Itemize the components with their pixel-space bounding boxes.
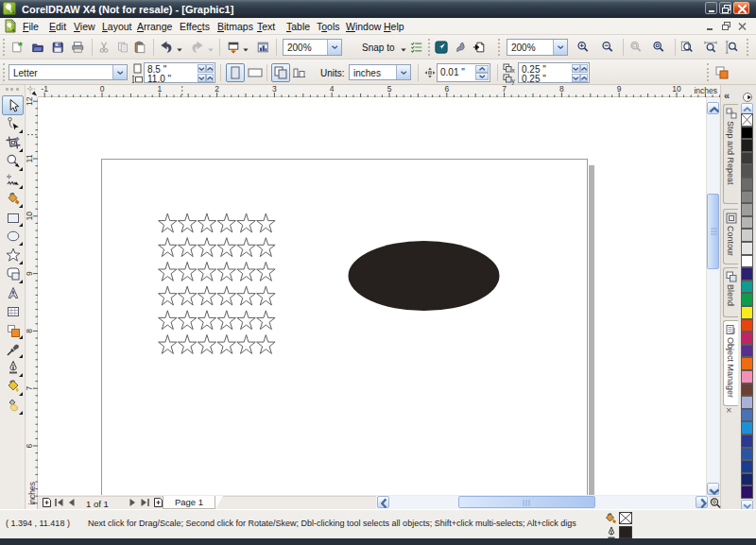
import-dropdown-icon[interactable] bbox=[242, 44, 249, 52]
palette-swatch[interactable] bbox=[741, 306, 753, 319]
nudge-offset-field[interactable]: 0.01 " bbox=[437, 63, 490, 82]
palette-swatch[interactable] bbox=[741, 139, 753, 152]
save-icon[interactable] bbox=[51, 41, 64, 54]
hscroll-thumb[interactable] bbox=[458, 496, 595, 508]
palette-swatch[interactable] bbox=[741, 421, 753, 434]
palette-swatch[interactable] bbox=[741, 191, 753, 204]
ruler-origin[interactable] bbox=[26, 85, 38, 97]
palette-swatch[interactable] bbox=[741, 396, 753, 409]
zoom-levels-combo[interactable]: 200% bbox=[283, 39, 342, 56]
docker-tab-contour[interactable]: Contour bbox=[723, 209, 739, 264]
vertical-ruler[interactable]: 1211109876 inches bbox=[26, 97, 38, 509]
new-document-icon[interactable] bbox=[10, 41, 24, 54]
nudge-spinner[interactable] bbox=[475, 65, 489, 80]
pick-tool[interactable] bbox=[2, 95, 24, 115]
menu-help[interactable]: Help bbox=[384, 21, 404, 32]
paper-type-combo[interactable]: Letter bbox=[9, 64, 128, 80]
next-page-icon[interactable] bbox=[129, 498, 137, 507]
print-icon[interactable] bbox=[71, 41, 84, 54]
menu-bitmaps[interactable]: Bitmaps bbox=[217, 21, 253, 32]
zoom-toolbar-combo[interactable]: 200% bbox=[507, 39, 568, 56]
undo-icon[interactable] bbox=[160, 41, 173, 54]
duplicate-y-spinner[interactable] bbox=[572, 74, 588, 82]
drawing-canvas[interactable] bbox=[38, 97, 706, 495]
ellipse-tool[interactable] bbox=[2, 227, 24, 247]
palette-swatch[interactable] bbox=[741, 409, 753, 422]
palette-swatch[interactable] bbox=[741, 473, 753, 486]
zoom-out-icon[interactable] bbox=[601, 41, 614, 54]
units-dropdown-icon[interactable] bbox=[396, 65, 410, 79]
export-icon[interactable] bbox=[256, 41, 269, 54]
restore-button[interactable] bbox=[719, 2, 731, 14]
outline-tool[interactable] bbox=[2, 358, 24, 378]
crop-tool[interactable] bbox=[2, 133, 24, 153]
zoom-all-objects-icon[interactable] bbox=[652, 41, 665, 54]
hscroll-left-icon[interactable] bbox=[377, 496, 389, 508]
docker-close-icon[interactable]: × bbox=[726, 404, 731, 416]
toolbar-grip[interactable] bbox=[3, 39, 5, 56]
vscroll-thumb[interactable] bbox=[707, 194, 719, 269]
palette-swatch[interactable] bbox=[741, 229, 753, 242]
page-tab[interactable]: Page 1 bbox=[163, 496, 215, 509]
vertical-scrollbar[interactable] bbox=[706, 97, 719, 495]
palette-swatch[interactable] bbox=[741, 319, 753, 332]
open-drawing-icon[interactable] bbox=[472, 41, 486, 54]
palette-swatch[interactable] bbox=[741, 460, 753, 473]
current-page-button[interactable] bbox=[292, 67, 306, 78]
menu-edit[interactable]: Edit bbox=[49, 21, 66, 32]
palette-swatch[interactable] bbox=[741, 216, 753, 230]
add-page-start-icon[interactable] bbox=[41, 497, 53, 508]
document-close-button[interactable] bbox=[736, 21, 748, 32]
whats-new-icon[interactable] bbox=[454, 41, 467, 54]
add-page-end-icon[interactable] bbox=[152, 497, 164, 508]
eyedropper-tool[interactable] bbox=[2, 339, 24, 359]
snap-to-button[interactable]: Snap to bbox=[362, 43, 394, 53]
table-tool[interactable] bbox=[2, 301, 24, 321]
freehand-tool[interactable] bbox=[2, 170, 24, 190]
units-combo[interactable]: inches bbox=[349, 64, 411, 80]
menu-tools[interactable]: Tools bbox=[317, 21, 340, 32]
fill-tool[interactable] bbox=[2, 377, 24, 397]
duplicate-x-spinner[interactable] bbox=[572, 64, 588, 73]
zoom-levels-dropdown-icon[interactable] bbox=[327, 40, 341, 55]
zoom-width-icon[interactable] bbox=[704, 41, 717, 54]
snap-to-dropdown-icon[interactable] bbox=[400, 44, 407, 52]
interactive-fill-flyout-icon[interactable] bbox=[19, 411, 23, 415]
menu-window[interactable]: Window bbox=[346, 21, 381, 32]
application-launcher-icon[interactable] bbox=[435, 41, 448, 54]
palette-swatch[interactable] bbox=[741, 127, 753, 140]
minimize-button[interactable] bbox=[705, 2, 717, 14]
treat-as-filled-icon[interactable] bbox=[714, 65, 730, 80]
docker-tab-step-and-repeat[interactable]: Step and Repeat bbox=[723, 104, 739, 204]
text-tool[interactable] bbox=[2, 283, 24, 303]
zoom-toolbar-dropdown-icon[interactable] bbox=[553, 40, 567, 55]
palette-flyout-icon[interactable] bbox=[743, 93, 752, 102]
palette-swatch[interactable] bbox=[741, 203, 753, 216]
palette-swatch[interactable] bbox=[741, 267, 753, 281]
menu-table[interactable]: Table bbox=[286, 21, 310, 32]
polygon-tool[interactable] bbox=[2, 246, 24, 265]
rectangle-tool[interactable] bbox=[2, 208, 24, 228]
navigator-icon[interactable] bbox=[709, 497, 722, 509]
first-page-icon[interactable] bbox=[54, 498, 64, 507]
menu-view[interactable]: View bbox=[74, 21, 95, 32]
zoom-height-icon[interactable] bbox=[725, 41, 738, 54]
docker-collapse-icon[interactable]: « bbox=[724, 90, 730, 101]
vscroll-up-icon[interactable] bbox=[707, 102, 719, 114]
palette-swatch[interactable] bbox=[741, 332, 753, 345]
palette-swatch[interactable] bbox=[741, 164, 753, 178]
shape-tool[interactable] bbox=[2, 114, 24, 134]
open-icon[interactable] bbox=[31, 41, 44, 54]
hscroll-right-icon[interactable] bbox=[696, 496, 708, 508]
horizontal-ruler[interactable]: -1012345678910 inches bbox=[38, 85, 720, 97]
menu-layout[interactable]: Layout bbox=[102, 21, 132, 32]
palette-swatch[interactable] bbox=[741, 434, 753, 448]
palette-swatch[interactable] bbox=[741, 152, 753, 165]
palette-swatch[interactable] bbox=[741, 448, 753, 461]
menu-text[interactable]: Text bbox=[257, 21, 275, 32]
docker-tab-blend[interactable]: Blend bbox=[723, 267, 739, 317]
toolbox-grip[interactable] bbox=[6, 88, 19, 91]
horizontal-scrollbar[interactable] bbox=[376, 496, 709, 509]
zoom-tool[interactable] bbox=[2, 152, 24, 172]
options-icon[interactable] bbox=[410, 41, 423, 54]
